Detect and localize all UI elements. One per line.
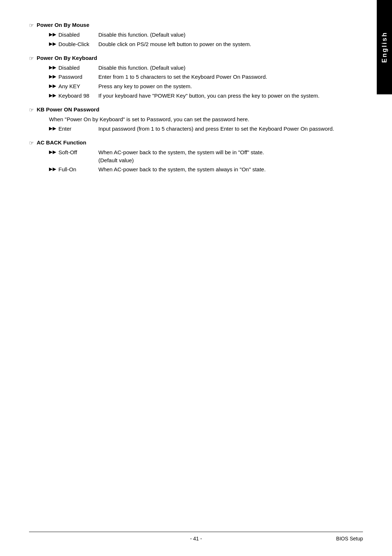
section-title-keyboard: Power On By Keyboard <box>37 55 97 61</box>
list-item: ▶▶ Any KEY Press any key to power on the… <box>49 82 341 90</box>
list-item: ▶▶ Full-On When AC-power back to the sys… <box>49 165 341 173</box>
section-icon-mouse: ☞ <box>29 22 34 29</box>
list-item: ▶▶ Disabled Disable this function. (Defa… <box>49 64 341 72</box>
arrow-icon: ▶▶ <box>49 149 56 156</box>
section-header-mouse: ☞ Power On By Mouse <box>29 22 341 29</box>
arrow-icon: ▶▶ <box>49 125 56 132</box>
item-key: Enter <box>58 125 98 133</box>
section-header-kb-password: ☞ KB Power ON Password <box>29 106 341 113</box>
item-key: Disabled <box>58 31 98 39</box>
item-key: Disabled <box>58 64 98 72</box>
arrow-icon: ▶▶ <box>49 92 56 99</box>
item-desc: Enter from 1 to 5 characters to set the … <box>98 73 341 81</box>
item-desc: When AC-power back to the system, the sy… <box>98 148 341 164</box>
plain-text-kb-password: When "Power On by Keyboard" is set to Pa… <box>49 115 341 124</box>
list-item: ▶▶ Double-Click Double click on PS/2 mou… <box>49 40 341 48</box>
section-icon-ac-back: ☞ <box>29 140 34 146</box>
item-key: Full-On <box>58 165 98 173</box>
arrow-icon: ▶▶ <box>49 41 56 48</box>
arrow-icon: ▶▶ <box>49 73 56 80</box>
item-key: Keyboard 98 <box>58 92 98 100</box>
items-list-kb-password: ▶▶ Enter Input password (from 1 to 5 cha… <box>49 125 341 133</box>
list-item: ▶▶ Soft-Off When AC-power back to the sy… <box>49 148 341 164</box>
items-list-keyboard: ▶▶ Disabled Disable this function. (Defa… <box>49 64 341 100</box>
item-key: Any KEY <box>58 82 98 90</box>
section-icon-keyboard: ☞ <box>29 55 34 62</box>
arrow-icon: ▶▶ <box>49 64 56 71</box>
side-tab-label: English <box>381 32 388 63</box>
list-item: ▶▶ Enter Input password (from 1 to 5 cha… <box>49 125 341 133</box>
item-desc: Press any key to power on the system. <box>98 82 341 90</box>
page-footer: - 41 - BIOS Setup <box>29 532 363 541</box>
arrow-icon: ▶▶ <box>49 83 56 90</box>
section-header-keyboard: ☞ Power On By Keyboard <box>29 55 341 62</box>
items-list-mouse: ▶▶ Disabled Disable this function. (Defa… <box>49 31 341 48</box>
items-list-ac-back: ▶▶ Soft-Off When AC-power back to the sy… <box>49 148 341 173</box>
item-desc: Disable this function. (Default value) <box>98 64 341 72</box>
list-item: ▶▶ Disabled Disable this function. (Defa… <box>49 31 341 39</box>
section-power-on-mouse: ☞ Power On By Mouse ▶▶ Disabled Disable … <box>29 22 341 48</box>
item-key: Soft-Off <box>58 148 98 156</box>
item-desc: Disable this function. (Default value) <box>98 31 341 39</box>
item-desc: Input password (from 1 to 5 characters) … <box>98 125 341 133</box>
item-key: Double-Click <box>58 40 98 48</box>
section-title-mouse: Power On By Mouse <box>37 22 89 28</box>
side-tab: English <box>377 0 392 94</box>
section-title-ac-back: AC BACK Function <box>37 139 86 146</box>
section-power-on-keyboard: ☞ Power On By Keyboard ▶▶ Disabled Disab… <box>29 55 341 100</box>
item-desc: If your keyboard have "POWER Key" button… <box>98 92 341 100</box>
section-title-kb-password: KB Power ON Password <box>37 106 99 113</box>
page-container: English ☞ Power On By Mouse ▶▶ Disabled … <box>0 0 392 556</box>
page-number: - 41 - <box>29 536 363 541</box>
section-kb-power-password: ☞ KB Power ON Password When "Power On by… <box>29 106 341 133</box>
item-desc: Double click on PS/2 mouse left button t… <box>98 40 341 48</box>
section-ac-back-function: ☞ AC BACK Function ▶▶ Soft-Off When AC-p… <box>29 139 341 173</box>
section-header-ac-back: ☞ AC BACK Function <box>29 139 341 146</box>
arrow-icon: ▶▶ <box>49 31 56 38</box>
section-icon-kb-password: ☞ <box>29 107 34 113</box>
item-key: Password <box>58 73 98 81</box>
arrow-icon: ▶▶ <box>49 166 56 173</box>
footer-label: BIOS Setup <box>336 536 363 541</box>
item-desc: When AC-power back to the system, the sy… <box>98 165 341 173</box>
main-content: ☞ Power On By Mouse ▶▶ Disabled Disable … <box>29 22 341 173</box>
list-item: ▶▶ Keyboard 98 If your keyboard have "PO… <box>49 92 341 100</box>
list-item: ▶▶ Password Enter from 1 to 5 characters… <box>49 73 341 81</box>
